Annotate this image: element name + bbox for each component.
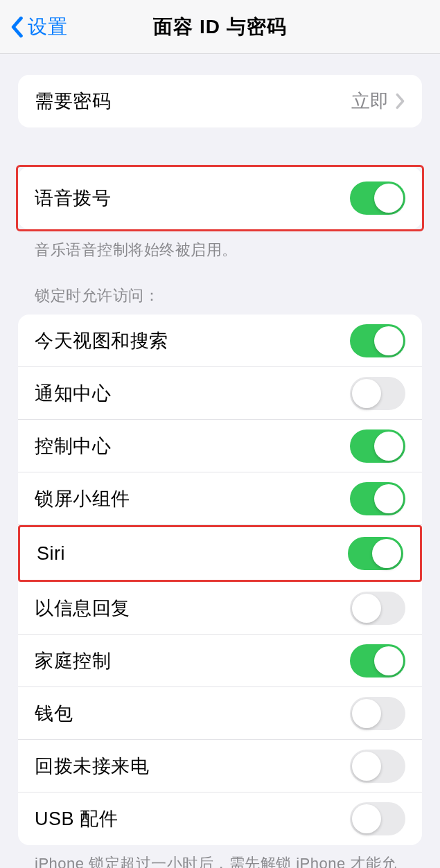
chevron-left-icon bbox=[10, 16, 24, 38]
cell-value-wrap: 立即 bbox=[351, 89, 405, 114]
allow-access-item-toggle[interactable] bbox=[350, 324, 405, 357]
chevron-right-icon bbox=[396, 93, 405, 109]
allow-access-cell: USB 配件 bbox=[18, 792, 422, 845]
allow-access-cell: 家庭控制 bbox=[18, 635, 422, 687]
voice-dial-cell: 语音拨号 bbox=[18, 167, 422, 229]
highlight-voice-dial: 语音拨号 bbox=[16, 165, 424, 231]
allow-access-item-toggle[interactable] bbox=[350, 644, 405, 677]
allow-access-item-label: 今天视图和搜索 bbox=[35, 328, 168, 353]
allow-access-header: 锁定时允许访问： bbox=[18, 260, 422, 315]
content: 需要密码 立即 语音拨号 音乐语音控制将始终被启用。 锁定时允许访问： 今天视图… bbox=[0, 54, 440, 868]
allow-access-item-label: Siri bbox=[37, 543, 65, 565]
allow-access-item-label: 钱包 bbox=[35, 701, 73, 726]
allow-access-item-label: 回拨未接来电 bbox=[35, 754, 149, 779]
back-label: 设置 bbox=[28, 14, 68, 40]
allow-access-cell: 回拨未接来电 bbox=[18, 740, 422, 792]
allow-access-item-toggle[interactable] bbox=[350, 429, 405, 463]
allow-access-item-toggle[interactable] bbox=[350, 802, 405, 835]
voice-dial-label: 语音拨号 bbox=[35, 186, 111, 211]
allow-access-group: 今天视图和搜索通知中心控制中心锁屏小组件Siri以信息回复家庭控制钱包回拨未接来… bbox=[18, 315, 422, 845]
voice-dial-toggle[interactable] bbox=[350, 181, 405, 215]
nav-bar: 设置 面容 ID 与密码 bbox=[0, 0, 440, 54]
allow-access-item-toggle[interactable] bbox=[350, 592, 405, 625]
allow-access-cell: 钱包 bbox=[18, 687, 422, 740]
allow-access-cell: Siri bbox=[20, 527, 420, 580]
require-passcode-label: 需要密码 bbox=[35, 89, 111, 114]
voice-dial-group: 语音拨号 bbox=[18, 167, 422, 229]
allow-access-item-toggle[interactable] bbox=[348, 537, 403, 570]
allow-access-cell: 以信息回复 bbox=[18, 582, 422, 635]
allow-access-cell: 通知中心 bbox=[18, 367, 422, 420]
allow-access-item-toggle[interactable] bbox=[350, 482, 405, 515]
allow-access-item-label: 家庭控制 bbox=[35, 648, 111, 673]
allow-access-item-label: 控制中心 bbox=[35, 434, 111, 459]
require-passcode-value: 立即 bbox=[351, 89, 389, 114]
allow-access-footer: iPhone 锁定超过一小时后，需先解锁 iPhone 才能允许 USB 配件连… bbox=[18, 845, 422, 868]
allow-access-item-label: 通知中心 bbox=[35, 381, 111, 406]
allow-access-item-toggle[interactable] bbox=[350, 750, 405, 783]
allow-access-cell: 锁屏小组件 bbox=[18, 472, 422, 525]
allow-access-item-toggle[interactable] bbox=[350, 377, 405, 410]
allow-access-item-toggle[interactable] bbox=[350, 697, 405, 730]
highlight-siri: Siri bbox=[18, 525, 422, 582]
back-button[interactable]: 设置 bbox=[0, 14, 68, 40]
page-title: 面容 ID 与密码 bbox=[153, 14, 287, 40]
allow-access-cell: 控制中心 bbox=[18, 420, 422, 472]
allow-access-item-label: USB 配件 bbox=[35, 806, 118, 831]
allow-access-item-label: 锁屏小组件 bbox=[35, 486, 130, 511]
require-passcode-group: 需要密码 立即 bbox=[18, 75, 422, 127]
voice-dial-footer: 音乐语音控制将始终被启用。 bbox=[18, 231, 422, 260]
require-passcode-cell[interactable]: 需要密码 立即 bbox=[18, 75, 422, 127]
allow-access-item-label: 以信息回复 bbox=[35, 596, 130, 621]
allow-access-cell: 今天视图和搜索 bbox=[18, 315, 422, 367]
